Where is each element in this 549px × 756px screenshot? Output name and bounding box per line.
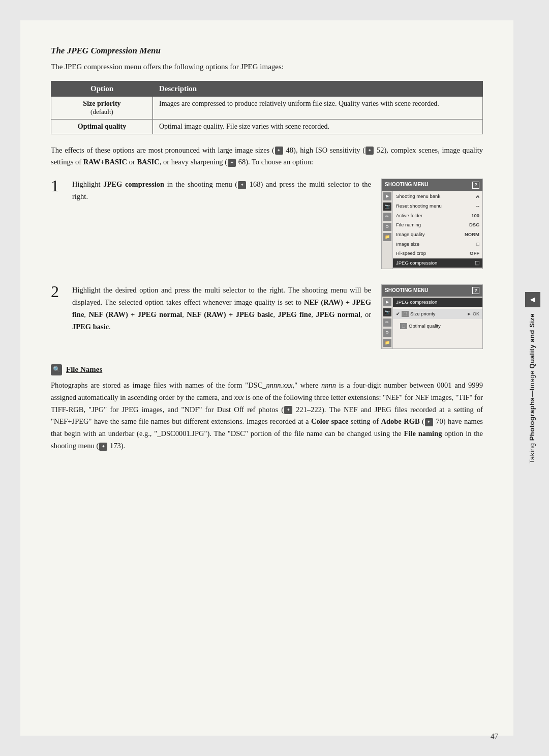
menu-icon-pencil-2: ✏ (383, 318, 391, 327)
menu-row-jpeg: JPEG compression ⬚ (393, 258, 482, 268)
body-paragraph: The effects of these options are most pr… (51, 144, 483, 169)
menu-icon-folder: 📁 (383, 233, 391, 241)
page-container: The JPEG Compression Menu The JPEG compr… (20, 20, 513, 736)
menu-row-bank: Shooting menu bank A (393, 192, 482, 201)
jpeg-basic-bold: JPEG basic (72, 323, 109, 331)
menu-subtitle: JPEG compression (396, 298, 437, 306)
menu-title-2: SHOOTING MENU (385, 286, 429, 295)
menu-body-2: ▶ 📷 ✏ ⚙ 📁 JPEG compression (382, 297, 482, 348)
sidebar-arrow-icon: ◄ (525, 292, 540, 307)
step-1-text: Highlight JPEG compression in the shooti… (72, 179, 371, 203)
option-1-label: Size priority (83, 100, 120, 107)
optimal-quality-label: Optimal quality (409, 322, 441, 330)
step-2-content: Highlight the desired option and press t… (72, 284, 483, 349)
menu-row-hispeed: Hi-speed crop OFF (393, 249, 482, 258)
menu-sidebar-1: ▶ 📷 ✏ ⚙ 📁 (382, 191, 393, 269)
table-header-description: Description (153, 81, 483, 96)
menu-icon-play: ▶ (383, 192, 391, 200)
ok-label: ► OK (467, 310, 479, 318)
row-label: Shooting menu bank (396, 192, 440, 200)
step-1-number: 1 (51, 178, 67, 194)
xxx-italic-2: xxx (234, 393, 243, 401)
row-value: NORM (465, 230, 479, 239)
row-label: Active folder (396, 212, 422, 220)
menu-row-folder: Active folder 100 (393, 211, 482, 220)
row-label: Image quality (396, 230, 425, 239)
optimal-icon: ⬚ (400, 323, 407, 329)
sidebar-tab-inner: ◄ Taking Photographs—Image Quality and S… (525, 292, 540, 463)
adobe-rgb-bold: Adobe RGB (381, 417, 419, 425)
menu-screenshot-2: SHOOTING MENU ? ▶ 📷 ✏ ⚙ 📁 (381, 284, 483, 349)
menu-row-quality: Image quality NORM (393, 230, 482, 240)
color-space-bold: Color space (311, 417, 348, 425)
menu-icon-play-2: ▶ (383, 298, 391, 306)
row-value: □ (476, 240, 479, 248)
file-names-header: 🔍 File Names (51, 364, 483, 375)
nef-normal-bold: NEF (RAW) + JPEG nor­mal (88, 310, 182, 318)
menu-option-size: ✔ ⬚ Size priority ► OK (393, 309, 482, 319)
file-names-body: Photographs are stored as image files wi… (51, 380, 483, 453)
nnnn-italic: nnnn (266, 381, 281, 389)
step-1-content: Highlight JPEG compression in the shooti… (72, 179, 483, 269)
basic-label: BASIC (137, 158, 159, 166)
file-search-icon: 🔍 (51, 364, 62, 375)
menu-row-title: JPEG compression (393, 298, 482, 307)
row-label: Reset shooting menu (396, 202, 442, 210)
ref-icon-6: ✦ (425, 418, 433, 426)
table-cell-desc-1: Images are compressed to produce relativ… (153, 96, 483, 119)
menu-rows-2: JPEG compression ✔ ⬚ Size priority ► OK (393, 297, 482, 348)
jpeg-compression-bold: JPEG compression (103, 180, 164, 188)
help-icon-1: ? (472, 182, 479, 189)
row-label: JPEG compression (396, 259, 437, 267)
table-cell-option-1: Size priority (default) (51, 96, 153, 119)
step-1: 1 Highlight JPEG compression in the shoo… (51, 179, 483, 269)
menu-title-1: SHOOTING MENU (385, 181, 429, 189)
row-value: -- (476, 202, 479, 210)
ref-icon-2: ✦ (365, 147, 374, 155)
step-2-text: Highlight the desired option and press t… (72, 284, 371, 333)
section-title: The JPEG Compression Menu (51, 46, 483, 56)
option-1-sub: (default) (90, 108, 113, 115)
row-label: Hi-speed crop (396, 249, 426, 257)
menu-icon-pencil: ✏ (383, 213, 391, 221)
row-value: DSC (469, 221, 479, 229)
menu-icon-settings-2: ⚙ (383, 329, 391, 337)
menu-row-naming: File naming DSC (393, 220, 482, 230)
nnnn-italic-2: nnnn (321, 381, 336, 389)
table-row: Size priority (default) Images are compr… (51, 96, 483, 119)
table-header-option: Option (51, 81, 153, 96)
file-names-section: 🔍 File Names Photographs are stored as i… (51, 364, 483, 453)
file-naming-bold: File naming (404, 429, 442, 438)
jpeg-fine-bold: JPEG fine (278, 310, 312, 318)
menu-header-1: SHOOTING MENU ? (382, 179, 482, 191)
jpeg-normal-bold: JPEG normal (316, 310, 360, 318)
ref-icon-7: ✦ (99, 443, 107, 451)
sidebar-text: Taking Photographs—Image Quality and Siz… (528, 313, 537, 463)
ref-icon-4: ✦ (238, 181, 246, 189)
sidebar-tab: ◄ Taking Photographs—Image Quality and S… (516, 20, 549, 736)
row-value: A (476, 192, 479, 200)
row-label: File naming (396, 221, 421, 229)
space-icon (396, 322, 399, 330)
menu-icon-settings: ⚙ (383, 223, 391, 231)
intro-text: The JPEG compression menu offers the fol… (51, 61, 483, 73)
nef-basic-bold: NEF (RAW) + JPEG basic (187, 310, 273, 318)
row-label: Image size (396, 240, 419, 248)
row-value: ⬚ (475, 259, 479, 267)
menu-icon-camera-2: 📷 (383, 308, 391, 316)
menu-body-1: ▶ 📷 ✏ ⚙ 📁 Shooting menu bank A (382, 191, 482, 269)
menu-header-2: SHOOTING MENU ? (382, 285, 482, 297)
ref-icon-5: ✦ (284, 406, 292, 414)
file-names-title: File Names (66, 365, 102, 374)
step-2-number: 2 (51, 283, 67, 300)
step-2: 2 Highlight the desired option and press… (51, 284, 483, 349)
menu-row-reset: Reset shooting menu -- (393, 201, 482, 211)
row-value: 100 (471, 212, 479, 220)
sidebar-quality-bold: Quality and Size (528, 313, 536, 368)
ref-icon-1: ✦ (275, 147, 283, 155)
menu-screenshot-1: SHOOTING MENU ? ▶ 📷 ✏ ⚙ 📁 (381, 179, 483, 269)
size-priority-label: Size priority (410, 310, 436, 318)
ref-icon-3: ✦ (228, 159, 236, 167)
table-row: Optimal quality Optimal image quality. F… (51, 119, 483, 134)
size-icon: ⬚ (402, 311, 409, 317)
